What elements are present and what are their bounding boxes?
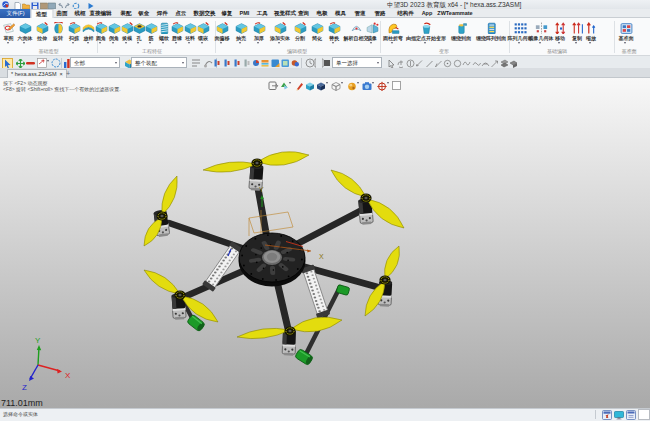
svg-text:X: X: [65, 371, 71, 380]
svg-text:X: X: [319, 253, 324, 260]
svg-text:Y: Y: [259, 186, 264, 193]
svg-text:Y: Y: [35, 336, 41, 345]
svg-text:Z: Z: [22, 383, 27, 392]
